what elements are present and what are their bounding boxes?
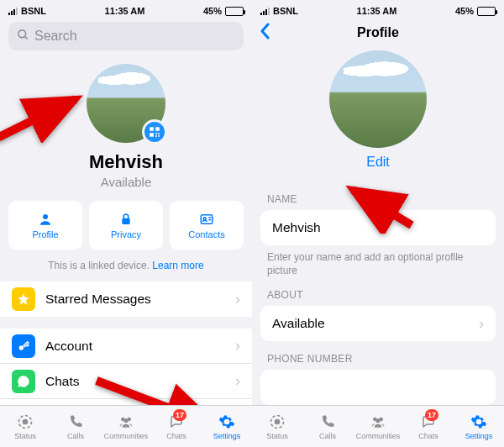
chats-badge: 17	[173, 409, 186, 421]
whatsapp-icon	[12, 370, 35, 393]
menu-account[interactable]: Account ›	[0, 329, 252, 364]
battery-icon	[225, 7, 244, 16]
profile-header[interactable]: Mehvish Available	[0, 59, 252, 201]
battery-pct: 45%	[455, 6, 474, 16]
svg-rect-5	[155, 133, 157, 134]
status-bar: BSNL 11:35 AM 45%	[252, 0, 504, 17]
carrier-label: BSNL	[273, 6, 298, 16]
name-section-label: NAME	[252, 181, 504, 210]
tab-settings[interactable]: Settings	[202, 406, 252, 447]
qr-badge[interactable]	[142, 119, 167, 145]
menu-starred-messages[interactable]: Starred Messages ›	[0, 281, 252, 317]
tab-bar: Status Calls Communities Chats 17 Settin…	[252, 405, 504, 447]
gear-icon	[470, 413, 487, 430]
svg-rect-2	[150, 127, 154, 131]
gear-icon	[218, 413, 235, 430]
phone-field: ​	[260, 370, 496, 405]
svg-rect-4	[150, 133, 154, 137]
chevron-right-icon: ›	[235, 291, 240, 308]
chevron-right-icon: ›	[235, 372, 240, 390]
card-icon	[199, 212, 214, 227]
username: Mehvish	[89, 151, 163, 173]
chats-badge: 17	[425, 409, 438, 421]
signal-icon	[8, 7, 18, 15]
phone-icon	[320, 413, 335, 430]
search-input[interactable]: Search	[8, 22, 244, 50]
edit-button[interactable]: Edit	[366, 155, 390, 170]
clock: 11:35 AM	[357, 6, 397, 16]
privacy-button[interactable]: Privacy	[89, 201, 163, 250]
menu-chats[interactable]: Chats ›	[0, 364, 252, 399]
search-placeholder: Search	[34, 29, 77, 44]
svg-rect-7	[155, 135, 157, 137]
svg-point-0	[18, 30, 26, 38]
svg-point-9	[43, 214, 48, 219]
communities-icon	[369, 413, 387, 430]
svg-point-12	[203, 217, 206, 219]
star-icon	[12, 287, 35, 311]
phone-icon	[68, 413, 83, 430]
svg-rect-3	[155, 127, 160, 131]
svg-point-23	[123, 418, 128, 422]
about-section-label: ABOUT	[252, 277, 504, 306]
tab-status[interactable]: Status	[252, 406, 302, 447]
chevron-right-icon: ›	[479, 315, 484, 333]
contacts-button-label: Contacts	[188, 229, 224, 239]
signal-icon	[260, 7, 270, 15]
name-field[interactable]: Mehvish	[260, 210, 496, 245]
back-button[interactable]	[259, 23, 270, 44]
tab-bar: Status Calls Communities Chats 17 Settin…	[0, 405, 252, 447]
learn-more-link[interactable]: Learn more	[152, 260, 203, 271]
svg-rect-6	[158, 133, 160, 134]
about-field[interactable]: Available ›	[260, 306, 496, 341]
tab-communities[interactable]: Communities	[101, 406, 151, 447]
profile-button[interactable]: Profile	[8, 201, 82, 250]
nav-bar: Profile	[252, 17, 504, 49]
linked-device-note: This is a linked device. Learn more	[0, 260, 252, 281]
clock: 11:35 AM	[105, 6, 145, 16]
tab-chats[interactable]: Chats 17	[403, 406, 454, 447]
svg-point-26	[276, 419, 280, 423]
battery-pct: 45%	[203, 6, 222, 16]
tab-calls[interactable]: Calls	[302, 406, 353, 447]
tab-calls[interactable]: Calls	[50, 406, 101, 447]
svg-point-29	[375, 418, 380, 422]
user-status: Available	[101, 175, 152, 189]
tab-settings[interactable]: Settings	[454, 406, 504, 447]
phone-section-label: PHONE NUMBER	[252, 341, 504, 370]
svg-point-20	[24, 419, 28, 423]
svg-point-15	[19, 345, 24, 350]
status-icon	[17, 413, 34, 430]
settings-screen: BSNL 11:35 AM 45% Search Mehvish	[0, 0, 252, 447]
status-bar: BSNL 11:35 AM 45%	[0, 0, 252, 17]
nav-title: Profile	[357, 25, 399, 40]
status-icon	[269, 413, 286, 430]
key-icon	[12, 334, 35, 358]
svg-rect-10	[122, 218, 129, 224]
tab-status[interactable]: Status	[0, 406, 50, 447]
svg-line-1	[24, 36, 27, 39]
profile-button-label: Profile	[32, 229, 58, 239]
lock-icon	[119, 212, 133, 227]
carrier-label: BSNL	[21, 6, 46, 16]
profile-screen: BSNL 11:35 AM 45% Profile Edit NAME Mehv…	[252, 0, 504, 447]
tab-chats[interactable]: Chats 17	[151, 406, 202, 447]
svg-rect-8	[158, 135, 160, 137]
chevron-right-icon: ›	[235, 337, 240, 355]
name-hint: Enter your name and add an optional prof…	[252, 245, 504, 277]
privacy-button-label: Privacy	[111, 229, 141, 239]
communities-icon	[117, 413, 135, 430]
search-icon	[17, 29, 29, 44]
battery-icon	[477, 7, 496, 16]
contacts-button[interactable]: Contacts	[170, 201, 244, 250]
person-icon	[38, 212, 53, 227]
tab-communities[interactable]: Communities	[353, 406, 403, 447]
avatar[interactable]	[329, 50, 427, 148]
